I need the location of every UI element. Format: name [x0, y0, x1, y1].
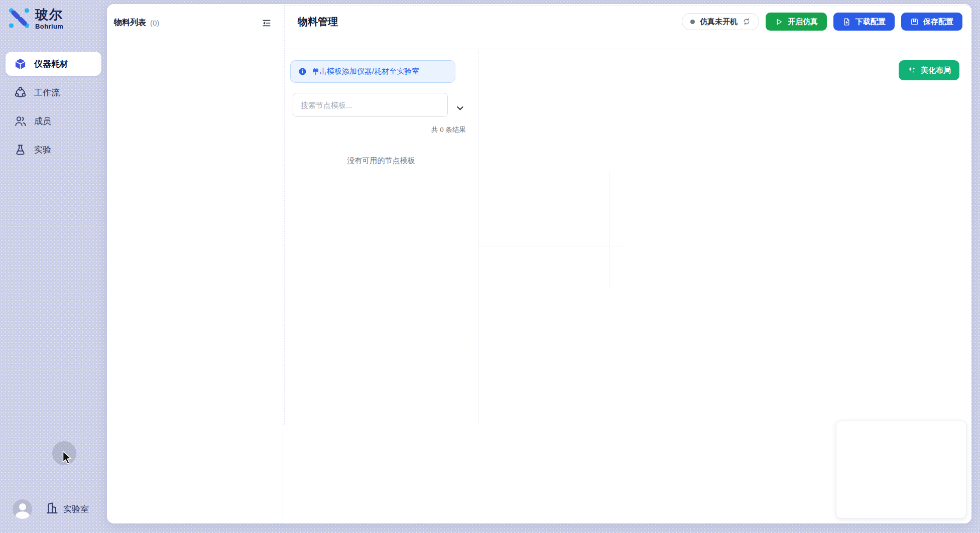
template-search-input[interactable] — [293, 93, 448, 117]
sidebar-item-members[interactable]: 成员 — [6, 109, 101, 133]
minimap-panel[interactable] — [836, 421, 966, 518]
canvas-guide-line — [284, 5, 968, 6]
brand-logo: 玻尔 Bohrium — [8, 7, 63, 30]
flow-canvas[interactable]: 物料管理 仿真未开机 开启仿真 — [283, 4, 971, 523]
save-config-label: 保存配置 — [923, 17, 953, 27]
download-config-button[interactable]: 下载配置 — [833, 13, 895, 31]
sidebar-item-label: 仪器耗材 — [34, 58, 68, 70]
sidebar: 玻尔 Bohrium 仪器耗材 工作流 — [0, 0, 107, 533]
canvas-guide-line — [478, 49, 478, 425]
mouse-cursor — [61, 450, 74, 466]
workflow-icon — [14, 86, 27, 99]
main-card: 物料列表 (0) 物料管理 仿真未开机 — [107, 4, 971, 523]
sparkles-icon — [907, 66, 916, 75]
refresh-icon[interactable] — [743, 18, 751, 26]
beautify-layout-label: 美化布局 — [921, 66, 951, 75]
materials-list-count: (0) — [150, 19, 159, 27]
simulation-status-pill[interactable]: 仿真未开机 — [682, 13, 759, 30]
materials-list-panel: 物料列表 (0) — [107, 4, 283, 523]
sidebar-item-instruments[interactable]: 仪器耗材 — [6, 52, 101, 76]
materials-list-header: 物料列表 (0) — [107, 4, 283, 28]
chevron-down-icon[interactable] — [454, 102, 466, 114]
lab-entry-label: 实验室 — [63, 503, 89, 515]
simulation-status-label: 仿真未开机 — [700, 17, 738, 27]
lab-entry[interactable]: 实验室 — [45, 501, 89, 517]
save-icon — [910, 18, 919, 26]
sidebar-item-label: 实验 — [34, 144, 51, 156]
experiment-icon — [14, 144, 27, 156]
play-icon — [775, 18, 783, 26]
brand-name-zh: 玻尔 — [35, 7, 63, 23]
start-simulation-label: 开启仿真 — [788, 17, 818, 27]
sidebar-footer: 实验室 — [13, 499, 89, 519]
beautify-layout-button[interactable]: 美化布局 — [899, 60, 959, 80]
results-count: 共 0 条结果 — [293, 125, 466, 135]
canvas-guide-line — [284, 49, 968, 49]
page-title: 物料管理 — [298, 15, 338, 29]
info-circle-icon — [298, 67, 307, 76]
user-avatar[interactable] — [13, 499, 32, 519]
cube-icon — [14, 58, 27, 70]
header-actions: 仿真未开机 开启仿真 — [682, 13, 962, 31]
canvas-guide-line — [284, 5, 285, 425]
sidebar-item-label: 成员 — [34, 115, 51, 127]
sidebar-item-label: 工作流 — [34, 87, 60, 98]
sidebar-item-experiments[interactable]: 实验 — [6, 138, 101, 162]
start-simulation-button[interactable]: 开启仿真 — [766, 13, 827, 31]
sidebar-item-workflow[interactable]: 工作流 — [6, 80, 101, 104]
menu-fold-icon[interactable] — [262, 18, 272, 28]
canvas-guide-line — [478, 246, 623, 246]
materials-list-title: 物料列表 — [114, 18, 146, 28]
building-icon — [45, 501, 59, 517]
empty-template-text: 没有可用的节点模板 — [284, 156, 478, 166]
status-dot-icon — [690, 20, 695, 24]
sidebar-nav: 仪器耗材 工作流 成员 — [0, 52, 107, 166]
file-download-icon — [842, 18, 851, 26]
members-icon — [14, 115, 27, 127]
brand-name-en: Bohrium — [35, 23, 63, 30]
download-config-label: 下载配置 — [855, 17, 886, 27]
bohrium-logo-icon — [8, 7, 31, 30]
canvas-guide-line — [609, 171, 609, 289]
save-config-button[interactable]: 保存配置 — [901, 13, 962, 31]
template-hint-banner: 单击模板添加仪器/耗材至实验室 — [290, 60, 455, 83]
template-hint-text: 单击模板添加仪器/耗材至实验室 — [312, 67, 419, 76]
